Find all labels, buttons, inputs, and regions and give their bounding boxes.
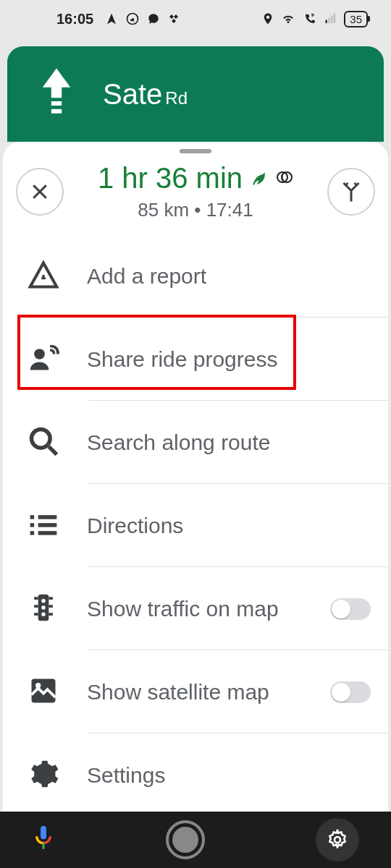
menu-show-satellite[interactable]: Show satellite map	[3, 650, 388, 733]
svg-point-10	[34, 349, 45, 359]
status-bar: 16:05 35	[0, 0, 391, 38]
svg-point-20	[41, 605, 46, 610]
menu-add-report[interactable]: Add a report	[3, 234, 388, 318]
search-icon	[28, 425, 59, 460]
menu-label: Search along route	[87, 430, 271, 455]
gear-icon	[28, 758, 59, 793]
svg-point-26	[335, 837, 340, 843]
traffic-light-icon	[28, 592, 59, 626]
app-icon	[167, 12, 180, 25]
menu-show-traffic[interactable]: Show traffic on map	[3, 567, 388, 650]
toll-badge-icon: 1	[276, 169, 293, 189]
system-nav-bar	[0, 812, 391, 868]
svg-rect-1	[326, 20, 327, 24]
trip-duration: 1 hr 36 min	[98, 162, 243, 195]
svg-rect-5	[51, 101, 62, 106]
route-sheet: 1 hr 36 min 1 85 km • 17:41	[3, 142, 388, 817]
trip-subtitle: 85 km • 17:41	[64, 199, 327, 221]
battery-indicator: 35	[344, 11, 368, 27]
menu-settings[interactable]: Settings	[3, 733, 388, 817]
trip-distance: 85 km	[138, 199, 189, 221]
satellite-map-icon	[28, 675, 59, 710]
svg-text:1: 1	[280, 174, 285, 182]
svg-rect-15	[38, 523, 57, 527]
road-suffix: Rd	[165, 88, 188, 108]
traffic-toggle[interactable]	[330, 598, 371, 620]
svg-point-11	[32, 429, 51, 448]
wifi-calling-icon	[302, 12, 318, 25]
svg-rect-24	[41, 826, 46, 840]
trip-header: 1 hr 36 min 1 85 km • 17:41	[3, 158, 388, 234]
svg-rect-13	[38, 515, 57, 519]
status-right: 35	[261, 11, 368, 27]
whatsapp-icon	[125, 12, 140, 26]
home-button[interactable]	[166, 820, 205, 859]
navigation-banner[interactable]: SateRd	[7, 46, 384, 142]
svg-point-21	[41, 612, 46, 616]
assistant-mic-icon[interactable]	[32, 823, 55, 856]
menu-list: Add a report Share ride progress Search …	[3, 234, 388, 817]
close-button[interactable]	[16, 168, 64, 216]
trip-summary: 1 hr 36 min 1 85 km • 17:41	[64, 162, 327, 221]
svg-rect-3	[331, 16, 332, 24]
road-main: Sate	[103, 78, 162, 110]
road-name: SateRd	[103, 78, 188, 111]
clock: 16:05	[56, 11, 93, 27]
signal-icon	[324, 12, 338, 25]
menu-search-route[interactable]: Search along route	[3, 401, 388, 484]
svg-point-19	[41, 599, 46, 603]
nav-settings-button[interactable]	[316, 818, 359, 861]
sheet-grabber[interactable]	[180, 149, 211, 153]
leaf-icon	[250, 168, 269, 190]
menu-label: Share ride progress	[87, 347, 277, 372]
straight-arrow-icon	[36, 67, 77, 122]
svg-rect-17	[38, 531, 57, 535]
menu-directions[interactable]: Directions	[3, 484, 388, 567]
svg-point-23	[35, 683, 41, 688]
status-left: 16:05	[56, 11, 180, 27]
svg-rect-14	[30, 523, 35, 527]
svg-rect-12	[30, 515, 35, 519]
alternate-routes-button[interactable]	[327, 168, 375, 216]
chat-icon	[147, 12, 160, 25]
menu-label: Settings	[87, 763, 165, 788]
nav-arrow-icon	[105, 12, 118, 25]
menu-label: Add a report	[87, 264, 206, 289]
svg-rect-6	[51, 109, 62, 114]
share-person-icon	[28, 342, 59, 377]
trip-eta: 17:41	[206, 199, 253, 221]
svg-rect-4	[334, 14, 335, 24]
location-icon	[261, 11, 274, 27]
wifi-icon	[280, 12, 296, 25]
menu-label: Show satellite map	[87, 680, 269, 705]
svg-rect-16	[30, 531, 35, 535]
list-icon	[28, 509, 59, 543]
menu-label: Show traffic on map	[87, 597, 279, 621]
menu-share-ride[interactable]: Share ride progress	[3, 318, 388, 401]
menu-label: Directions	[87, 514, 183, 538]
satellite-toggle[interactable]	[330, 681, 371, 703]
svg-rect-2	[329, 18, 330, 24]
report-icon	[28, 259, 59, 294]
